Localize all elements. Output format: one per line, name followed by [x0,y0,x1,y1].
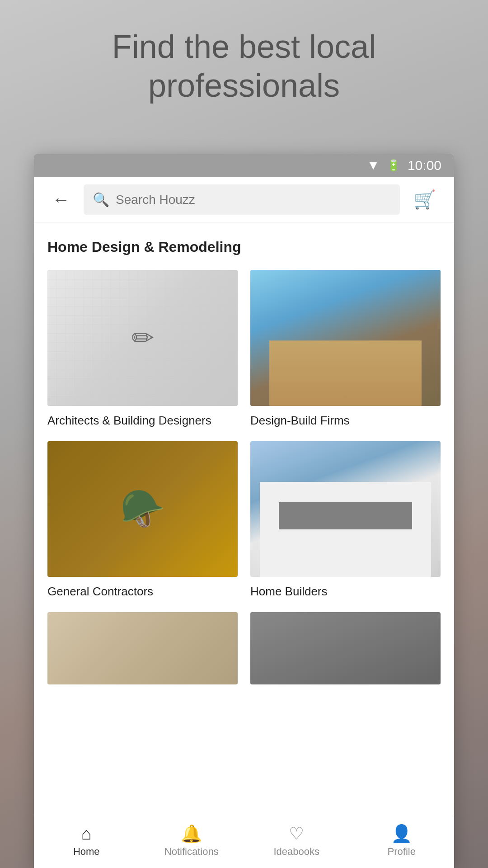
search-input[interactable] [116,193,391,207]
nav-profile-label: Profile [388,846,416,858]
status-time: 10:00 [408,158,441,173]
status-bar: ▼ 🔋 10:00 [34,154,454,177]
nav-item-profile[interactable]: 👤 Profile [349,814,455,868]
home-icon: ⌂ [81,825,92,842]
home-builders-label: Home Builders [250,584,441,599]
profile-icon: 👤 [391,825,412,842]
hero-headline: Find the best local professionals [0,27,488,105]
interior-img-visual [47,612,238,684]
section-title: Home Design & Remodeling [47,239,441,255]
grid-item-architects[interactable]: Architects & Building Designers [47,270,238,429]
last-img-visual [250,612,441,684]
notifications-icon: 🔔 [181,825,202,842]
nav-bar: ← 🔍 🛒 [34,177,454,222]
partial-item-last[interactable] [250,612,441,684]
nav-notifications-label: Notifications [164,846,219,858]
cart-icon[interactable]: 🛒 [409,184,441,215]
app-card: ▼ 🔋 10:00 ← 🔍 🛒 Home Design & Remodeling… [34,154,454,868]
design-build-label: Design-Build Firms [250,413,441,429]
ideabooks-icon: ♡ [289,825,304,842]
search-bar[interactable]: 🔍 [84,184,400,215]
grid-item-contractors[interactable]: General Contractors [47,441,238,600]
architects-img-visual [47,270,238,406]
design-build-image [250,270,441,406]
search-icon: 🔍 [93,192,109,208]
contractors-img-visual [47,441,238,577]
contractors-image [47,441,238,577]
contractors-label: General Contractors [47,584,238,599]
bottom-nav: ⌂ Home 🔔 Notifications ♡ Ideabooks 👤 Pro… [34,814,454,868]
grid-item-home-builders[interactable]: Home Builders [250,441,441,600]
architects-image [47,270,238,406]
nav-item-home[interactable]: ⌂ Home [34,814,139,868]
nav-item-ideabooks[interactable]: ♡ Ideabooks [244,814,349,868]
architects-label: Architects & Building Designers [47,413,238,429]
home-builders-img-visual [250,441,441,577]
home-builders-image [250,441,441,577]
back-button[interactable]: ← [47,185,75,214]
partial-item-interior[interactable] [47,612,238,684]
nav-item-notifications[interactable]: 🔔 Notifications [139,814,244,868]
partial-grid [47,612,441,684]
category-grid: Architects & Building Designers Design-B… [47,270,441,599]
main-content: Home Design & Remodeling Architects & Bu… [34,222,454,814]
design-build-img-visual [250,270,441,406]
wifi-icon: ▼ [367,158,380,173]
nav-home-label: Home [73,846,100,858]
grid-item-design-build[interactable]: Design-Build Firms [250,270,441,429]
nav-ideabooks-label: Ideabooks [273,846,319,858]
battery-icon: 🔋 [387,159,400,172]
